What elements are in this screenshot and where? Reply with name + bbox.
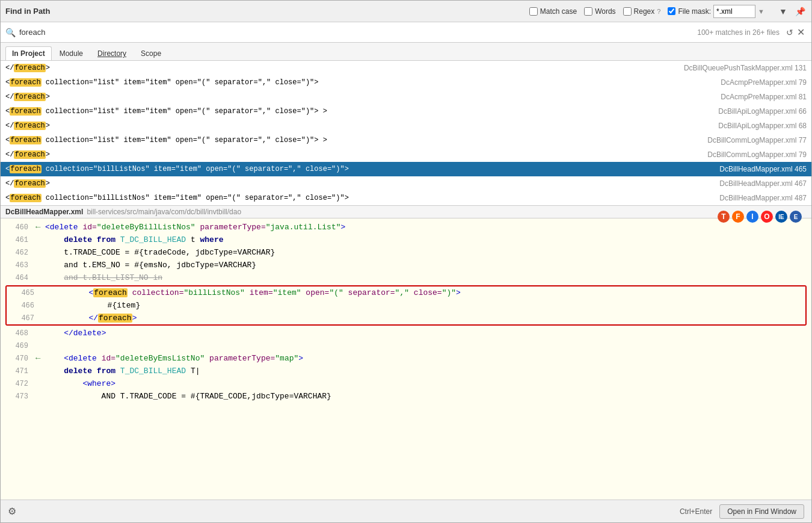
code-line: 463 and t.EMS_NO = #{emsNo, jdbcType=VAR… <box>1 259 811 271</box>
tabs-bar: In Project Module Directory Scope <box>1 43 811 61</box>
line-content: delete from T_DC_BILL_HEAD t where <box>45 234 807 246</box>
code-area: 460 ← <delete id="deleteByBillListNos" p… <box>1 218 811 405</box>
code-line: 470 ← <delete id="deleteByEmsListNo" par… <box>1 352 811 365</box>
words-option[interactable]: Words <box>584 7 615 16</box>
line-number: 465 <box>11 287 34 299</box>
result-filename: DcBillCommLogMapper.xml 77 <box>707 136 807 144</box>
regex-help-icon: ? <box>657 8 660 15</box>
code-line: 467 </foreach> <box>7 312 805 324</box>
line-arrow-icon: ← <box>35 221 45 233</box>
result-filename: DcBillHeadMapper.xml 487 <box>719 194 807 202</box>
panel-title: Find in Path <box>5 7 50 16</box>
file-mask-input[interactable] <box>713 5 755 18</box>
code-line: 465 <foreach collection="billListNos" it… <box>7 286 805 299</box>
result-filename: DcAcmpPreMapper.xml 79 <box>721 78 807 87</box>
table-row[interactable]: <foreach collection="list" item="item" o… <box>1 75 811 90</box>
file-mask-dropdown-icon[interactable]: ▼ <box>758 8 764 15</box>
open-find-window-button[interactable]: Open in Find Window <box>719 504 804 519</box>
result-code: <foreach collection="billListNos" item="… <box>5 194 707 202</box>
words-label: Words <box>595 7 615 16</box>
tab-in-project[interactable]: In Project <box>5 46 52 60</box>
line-arrow-placeholder <box>35 271 45 283</box>
tab-directory[interactable]: Directory <box>91 46 133 60</box>
result-filename: DcBillQueuePushTaskMapper.xml 131 <box>684 64 807 72</box>
code-line: 473 AND T.TRADE_CODE = #{TRADE_CODE,jdbc… <box>1 390 811 403</box>
line-content: and t.BILL_LIST_NO in <box>45 272 807 284</box>
table-row[interactable]: </foreach> DcBillQueuePushTaskMapper.xml… <box>1 61 811 75</box>
search-icon: 🔍 <box>5 28 16 37</box>
code-line: 466 #{item} <box>7 299 805 312</box>
settings-icon[interactable]: ⚙ <box>8 506 16 517</box>
line-content: delete from T_DC_BILL_HEAD T| <box>45 365 807 377</box>
line-number: 473 <box>5 391 28 403</box>
result-code: </foreach> <box>5 179 707 188</box>
table-row[interactable]: <foreach collection="list" item="item" o… <box>1 133 811 147</box>
filter-icon[interactable]: ▼ <box>777 5 790 18</box>
line-number: 461 <box>5 234 28 246</box>
shortcut-hint: Ctrl+Enter <box>680 507 712 516</box>
search-close-button[interactable]: ✕ <box>795 26 807 38</box>
highlight-box: 465 <foreach collection="billListNos" it… <box>5 285 807 326</box>
line-arrow-icon: ← <box>35 352 45 364</box>
regex-checkbox[interactable] <box>623 7 632 16</box>
line-arrow-placeholder <box>35 259 45 271</box>
line-content: <where> <box>45 378 807 390</box>
line-number: 466 <box>11 300 34 312</box>
regex-option[interactable]: Regex ? <box>623 7 661 16</box>
header-bar: Find in Path Match case Words Regex ? Fi… <box>1 1 811 22</box>
result-code: </foreach> <box>5 93 709 101</box>
match-case-label: Match case <box>540 7 577 16</box>
result-filename: DcBillCommLogMapper.xml 79 <box>707 150 807 159</box>
pin-icon[interactable]: 📌 <box>793 5 807 18</box>
table-row[interactable]: </foreach> DcBillHeadMapper.xml 467 <box>1 176 811 191</box>
line-content: <delete id="deleteByEmsListNo" parameter… <box>45 353 807 365</box>
line-number: 462 <box>5 247 28 259</box>
code-line: 472 <where> <box>1 377 811 390</box>
table-row[interactable]: </foreach> DcAcmpPreMapper.xml 81 <box>1 90 811 104</box>
line-number: 471 <box>5 365 28 377</box>
table-row[interactable]: <foreach collection="list" item="item" o… <box>1 104 811 119</box>
words-checkbox[interactable] <box>584 7 592 16</box>
search-input[interactable] <box>19 28 697 37</box>
result-filename: DcAcmpPreMapper.xml 81 <box>721 93 807 101</box>
match-case-option[interactable]: Match case <box>529 7 577 16</box>
line-arrow-placeholder <box>42 286 51 299</box>
line-arrow-placeholder <box>35 339 45 351</box>
line-content: <foreach collection="billListNos" item="… <box>51 287 801 299</box>
line-arrow-placeholder <box>35 246 45 258</box>
code-line: 469 <box>1 339 811 352</box>
line-number: 472 <box>5 378 28 390</box>
result-code: </foreach> <box>5 64 672 72</box>
tab-scope[interactable]: Scope <box>134 46 168 60</box>
table-row[interactable]: </foreach> DcBillCommLogMapper.xml 79 <box>1 147 811 162</box>
code-filename: DcBillHeadMapper.xml <box>5 208 83 216</box>
line-content: </foreach> <box>51 312 801 324</box>
result-code: <foreach collection="list" item="item" o… <box>5 107 706 116</box>
code-preview: DcBillHeadMapper.xml bill-services/src/m… <box>1 206 811 500</box>
table-row[interactable]: <foreach collection="billListNos" item="… <box>1 191 811 205</box>
table-row[interactable]: <foreach collection="billListNos" item="… <box>1 162 811 176</box>
line-arrow-placeholder <box>35 365 45 377</box>
code-file-header: DcBillHeadMapper.xml bill-services/src/m… <box>1 206 811 218</box>
bottom-right: Ctrl+Enter Open in Find Window <box>680 504 804 519</box>
line-arrow-placeholder <box>35 377 45 389</box>
code-line: 471 delete from T_DC_BILL_HEAD T| <box>1 365 811 377</box>
search-bar: 🔍 100+ matches in 26+ files ↺ ✕ <box>1 22 811 43</box>
result-code: <foreach collection="list" item="item" o… <box>5 78 709 87</box>
tab-module[interactable]: Module <box>53 46 90 60</box>
line-arrow-placeholder <box>35 327 45 339</box>
line-number: 467 <box>11 312 34 324</box>
match-case-checkbox[interactable] <box>529 7 538 16</box>
search-prev-button[interactable]: ↺ <box>784 28 795 37</box>
bottom-bar: ⚙ Ctrl+Enter Open in Find Window <box>1 500 811 522</box>
code-line: 461 delete from T_DC_BILL_HEAD t where <box>1 234 811 246</box>
search-match-info: 100+ matches in 26+ files <box>697 28 780 37</box>
line-content: and t.EMS_NO = #{emsNo, jdbcType=VARCHAR… <box>45 259 807 271</box>
header-options: Match case Words Regex ? File mask: ▼ ▼ … <box>529 5 807 18</box>
line-content: <delete id="deleteByBillListNos" paramet… <box>45 221 807 234</box>
table-row[interactable]: </foreach> DcBillApiLogMapper.xml 68 <box>1 119 811 133</box>
result-filename: DcBillApiLogMapper.xml 68 <box>718 122 807 130</box>
line-number: 469 <box>5 340 28 352</box>
line-arrow-placeholder <box>35 234 45 246</box>
file-mask-checkbox[interactable] <box>668 7 675 15</box>
